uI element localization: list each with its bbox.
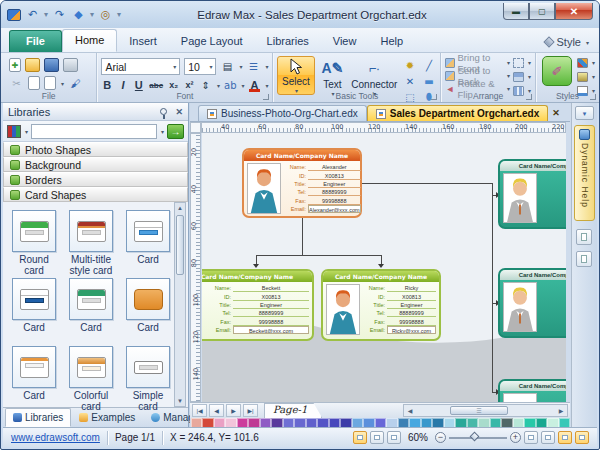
pen-tool-icon[interactable]: ✹ bbox=[402, 58, 417, 72]
close-button[interactable]: ✕ bbox=[555, 3, 593, 20]
fit-page-button[interactable] bbox=[524, 431, 538, 444]
page-view-button[interactable] bbox=[370, 431, 384, 444]
tab-file[interactable]: File bbox=[9, 30, 62, 52]
next-page-button[interactable]: ▶ bbox=[226, 404, 241, 417]
paste-button[interactable] bbox=[44, 76, 56, 90]
panel-tab-libraries[interactable]: Libraries bbox=[5, 408, 71, 427]
orgchart-card-right-2[interactable]: Card Name/Company Name Name: ID: Title: … bbox=[498, 268, 566, 338]
scroll-left-icon[interactable]: ◀ bbox=[404, 405, 416, 417]
shape-simple-card[interactable]: Simple card bbox=[125, 346, 171, 412]
subscript-button[interactable]: x₂ bbox=[168, 80, 180, 90]
scrollbar-thumb[interactable] bbox=[176, 215, 184, 275]
tab-help[interactable]: Help bbox=[368, 31, 415, 52]
shape-round-card[interactable]: Round card bbox=[11, 210, 57, 276]
font-dialog-launcher[interactable] bbox=[263, 94, 269, 100]
cut-icon[interactable]: ✂ bbox=[9, 76, 24, 90]
shape-card-orange[interactable]: Card bbox=[125, 278, 171, 333]
section-card-shapes[interactable]: Card Shapes bbox=[3, 187, 188, 202]
section-borders[interactable]: Borders bbox=[3, 172, 188, 187]
new-document-button[interactable]: ✚ bbox=[9, 58, 21, 72]
shape-colorful-card[interactable]: Colorful card bbox=[68, 346, 114, 412]
doc-tab-sales-orgchart[interactable]: Sales Department Orgchart.edx bbox=[367, 105, 549, 121]
arrange-dialog-launcher[interactable] bbox=[526, 94, 532, 100]
notes-icon[interactable] bbox=[576, 251, 592, 267]
fill-style-button[interactable]: ▾ bbox=[577, 70, 595, 83]
minimize-button[interactable]: ▬ bbox=[503, 3, 529, 20]
shape-card-plain[interactable]: Card bbox=[11, 346, 57, 401]
print-preview-view-button[interactable] bbox=[387, 431, 401, 444]
library-select-icon[interactable] bbox=[7, 125, 21, 138]
undo-button[interactable]: ↶ bbox=[25, 8, 40, 22]
basic-tools-dialog-launcher[interactable] bbox=[431, 94, 437, 100]
horizontal-scrollbar[interactable]: ◀ ☰ ▶ bbox=[403, 404, 568, 417]
connector-line[interactable] bbox=[492, 183, 493, 393]
rectangle-tool-icon[interactable]: ▬ bbox=[421, 74, 436, 88]
tab-insert[interactable]: Insert bbox=[117, 31, 169, 52]
prev-page-button[interactable]: ◀ bbox=[209, 404, 224, 417]
last-page-button[interactable]: ▶| bbox=[243, 404, 258, 417]
connector-line[interactable] bbox=[256, 255, 382, 256]
group-button[interactable]: ▾ bbox=[513, 56, 531, 69]
doc-tab-business-photo[interactable]: Business-Photo-Org-Chart.edx bbox=[198, 105, 367, 121]
shape-card-green[interactable]: Card bbox=[68, 278, 114, 333]
format-painter-button[interactable]: 🖌︎ bbox=[68, 76, 83, 90]
shape-multi-title-card[interactable]: Multi-title style card bbox=[68, 210, 114, 276]
panel-options-button[interactable]: ▾ bbox=[575, 106, 594, 120]
underline-button[interactable]: U bbox=[133, 79, 145, 91]
copy-button[interactable] bbox=[28, 76, 40, 90]
open-button[interactable] bbox=[25, 58, 40, 72]
fit-width-button[interactable] bbox=[541, 431, 555, 444]
maximize-button[interactable]: ▢ bbox=[529, 3, 555, 20]
zoom-slider-thumb[interactable] bbox=[470, 431, 480, 441]
doc-close-icon[interactable]: ✕ bbox=[552, 108, 560, 118]
orgchart-card-right-1[interactable]: Card Name/Company Name Name: ID: Title: … bbox=[498, 159, 566, 229]
zoom-slider[interactable] bbox=[449, 437, 507, 439]
scroll-up-icon[interactable]: ▲ bbox=[175, 203, 185, 213]
section-photo-shapes[interactable]: Photo Shapes bbox=[3, 142, 188, 157]
tab-page-layout[interactable]: Page Layout bbox=[169, 31, 255, 52]
print-button[interactable] bbox=[63, 58, 78, 72]
scroll-down-icon[interactable]: ▼ bbox=[175, 396, 185, 406]
style-button[interactable]: Style ▾ bbox=[545, 36, 589, 52]
theme-styles-button[interactable]: ✐ bbox=[542, 56, 572, 86]
dynamic-help-tab[interactable]: Dynamic Help bbox=[574, 125, 595, 221]
bullet-list-button[interactable]: ☰ bbox=[246, 60, 260, 74]
pin-icon[interactable] bbox=[160, 108, 167, 115]
delete-tool-icon[interactable]: ✕ bbox=[402, 74, 417, 88]
font-name-select[interactable]: Arial▾ bbox=[101, 58, 180, 75]
orgchart-card-alexander[interactable]: Card Name/Company Name Name:Alexander ID… bbox=[242, 148, 362, 218]
tab-view[interactable]: View bbox=[321, 31, 369, 52]
font-color-button[interactable]: A bbox=[249, 79, 261, 92]
page-tab[interactable]: Page-1 bbox=[264, 403, 322, 418]
highlight-color-button[interactable]: ab bbox=[224, 78, 237, 92]
scroll-right-icon[interactable]: ▶ bbox=[555, 405, 567, 417]
print-preview-button[interactable]: ◎ bbox=[98, 8, 113, 22]
line-spacing-button[interactable]: ⇕ bbox=[199, 78, 212, 92]
text-align-button[interactable]: ▤ bbox=[220, 60, 234, 74]
styles-dialog-launcher[interactable] bbox=[590, 94, 596, 100]
grid-toggle-button[interactable] bbox=[558, 431, 572, 444]
gallery-scrollbar[interactable]: ▲ ▼ bbox=[174, 202, 186, 407]
tab-home[interactable]: Home bbox=[62, 29, 117, 52]
bold-button[interactable]: B bbox=[101, 79, 113, 91]
panel-close-icon[interactable]: ✕ bbox=[175, 107, 183, 117]
app-icon[interactable] bbox=[7, 9, 21, 21]
scrollbar-thumb[interactable]: ☰ bbox=[450, 406, 508, 415]
normal-view-button[interactable] bbox=[353, 431, 367, 444]
select-tool-button[interactable]: Select ▾ bbox=[277, 56, 314, 95]
font-size-select[interactable]: 10▾ bbox=[184, 58, 216, 75]
italic-button[interactable]: I bbox=[117, 79, 129, 91]
orgchart-card-right-3[interactable]: Card Name/Company Name Name: bbox=[498, 379, 566, 402]
orgchart-card-beckett[interactable]: Card Name/Company Name Name:Beckett ID:X… bbox=[202, 269, 314, 341]
zoom-in-button[interactable]: + bbox=[510, 432, 521, 443]
connector-line[interactable] bbox=[302, 218, 303, 256]
connector-line[interactable] bbox=[362, 183, 492, 184]
drawing-canvas[interactable]: Card Name/Company Name Name:Alexander ID… bbox=[202, 133, 566, 402]
zoom-out-button[interactable]: − bbox=[435, 432, 446, 443]
navigate-icon[interactable]: ◆ bbox=[71, 8, 86, 22]
strikethrough-button[interactable]: abc bbox=[149, 81, 164, 90]
theme-color-button[interactable]: ▾ bbox=[577, 56, 595, 69]
save-button[interactable] bbox=[44, 58, 59, 72]
shape-card-blue[interactable]: Card bbox=[125, 210, 171, 265]
library-search-input[interactable] bbox=[31, 124, 157, 139]
